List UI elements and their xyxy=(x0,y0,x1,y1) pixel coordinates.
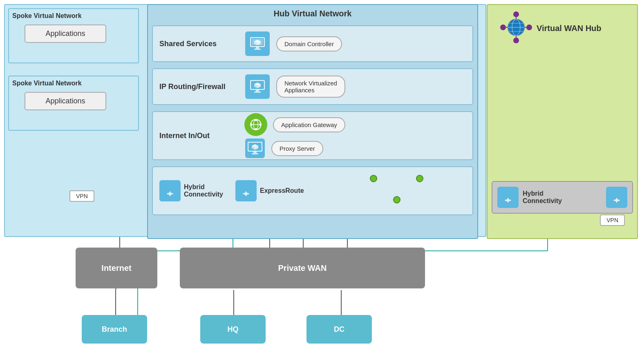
vpn-label-vwan: VPN xyxy=(600,214,625,226)
spoke-vnet-1: Spoke Virtual Network Applications xyxy=(8,8,139,63)
express-route-dot-2 xyxy=(393,196,400,203)
svg-rect-50 xyxy=(253,152,257,153)
private-wan-box: Private WAN xyxy=(180,248,425,288)
hybrid-lock-icon-1 xyxy=(159,180,181,201)
express-route-dot-1 xyxy=(370,175,377,182)
hybrid-connectivity-label-hub: Hybrid xyxy=(184,183,223,191)
svg-rect-28 xyxy=(256,47,259,49)
vwan-hybrid-row: Hybrid Connectivity xyxy=(492,181,633,214)
internet-inout-label: Internet In/Out xyxy=(159,132,241,140)
hub-row-hybrid: Hybrid Connectivity xyxy=(152,166,473,215)
vpn-label-left: VPN xyxy=(69,190,94,202)
express-route-label: ExpressRoute xyxy=(260,187,304,194)
spoke-vnet-2-app: Applications xyxy=(25,92,106,110)
hub-vnet: Hub Virtual Network Shared Services D xyxy=(147,4,478,239)
vwan-hybrid-lock-icon-1 xyxy=(497,187,519,208)
svg-point-69 xyxy=(526,25,532,30)
shared-services-icon xyxy=(245,31,270,56)
ip-routing-label: IP Routing/Firewall xyxy=(159,83,241,91)
shared-services-label: Shared Services xyxy=(159,40,241,48)
hub-row-shared-services: Shared Services Domain Controller xyxy=(152,25,473,62)
vwan-hub: Virtual WAN Hub Hybrid Connectivity xyxy=(487,4,638,239)
dc-node: DC xyxy=(306,315,372,344)
svg-rect-29 xyxy=(254,49,261,50)
app-gateway-icon xyxy=(244,113,267,136)
hq-node: HQ xyxy=(200,315,266,344)
ip-routing-icon xyxy=(245,74,270,99)
svg-point-71 xyxy=(500,25,506,30)
app-gateway-box: Application Gateway xyxy=(273,117,345,132)
svg-point-70 xyxy=(513,38,519,43)
svg-rect-36 xyxy=(254,92,261,93)
svg-rect-51 xyxy=(252,153,258,154)
domain-controller-box: Domain Controller xyxy=(276,36,342,51)
internet-box: Internet xyxy=(76,248,157,288)
spoke-vnet-2-title: Spoke Virtual Network xyxy=(12,80,135,87)
vwan-globe-icon xyxy=(500,11,532,45)
vwan-title: Virtual WAN Hub xyxy=(537,24,602,33)
vwan-hybrid-label: Hybrid xyxy=(523,190,602,197)
branch-node: Branch xyxy=(82,315,147,344)
hybrid-lock-icon-2 xyxy=(235,180,257,201)
proxy-server-icon xyxy=(245,138,265,158)
spoke-vnet-1-title: Spoke Virtual Network xyxy=(12,12,135,20)
nva-box: Network VirtualizedAppliances xyxy=(276,76,345,98)
spoke-vnet-1-app: Applications xyxy=(25,25,106,43)
hub-row-ip-routing: IP Routing/Firewall Network VirtualizedA… xyxy=(152,68,473,105)
express-route-dot-3 xyxy=(416,175,423,182)
vwan-hybrid-lock-icon-2 xyxy=(606,187,627,208)
hub-vnet-title: Hub Virtual Network xyxy=(148,5,477,22)
svg-rect-35 xyxy=(256,90,259,92)
svg-point-68 xyxy=(513,11,519,17)
spoke-vnet-2: Spoke Virtual Network Applications xyxy=(8,76,139,131)
hub-row-internet: Internet In/Out xyxy=(152,111,473,160)
proxy-server-box: Proxy Server xyxy=(271,141,323,156)
diagram-container: Spoke Virtual Network Applications Spoke… xyxy=(0,0,642,364)
